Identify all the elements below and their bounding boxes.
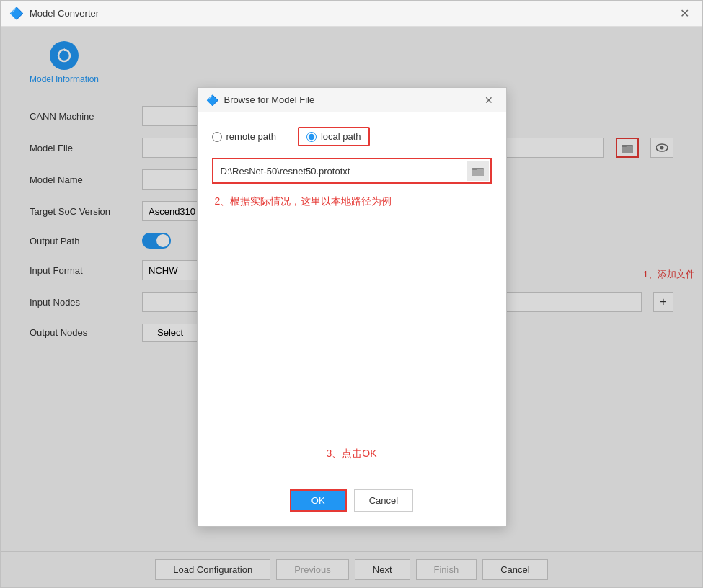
svg-rect-8 [472,168,477,170]
modal-cancel-button[interactable]: Cancel [354,489,413,512]
modal-title-text: Browse for Model File [224,94,315,105]
local-path-label: local path [321,131,361,142]
file-path-input-row [212,158,492,184]
remote-path-radio-item[interactable]: remote path [212,131,276,142]
modal-app-icon: 🔷 [206,94,218,106]
main-content-area: Model Information CANN Machine Model Fil… [1,27,702,587]
modal-body: remote path local path [198,112,506,481]
app-icon: 🔷 [9,6,24,20]
title-bar-left: 🔷 Model Converter [9,6,99,20]
path-type-radio-group: remote path local path [212,127,492,146]
modal-spacer [212,220,492,436]
svg-rect-7 [472,169,484,176]
main-close-button[interactable]: ✕ [676,5,694,22]
local-path-radio-item[interactable]: local path [298,127,370,146]
annotation-local-path: 2、根据实际情况，这里以本地路径为例 [212,195,492,208]
main-title-bar: 🔷 Model Converter ✕ [1,1,702,27]
modal-close-button[interactable]: ✕ [480,93,498,107]
main-window: 🔷 Model Converter ✕ Model Information [0,0,703,588]
file-path-input[interactable] [215,161,467,181]
annotation-click-ok: 3、点击OK [212,447,492,460]
modal-overlay: 🔷 Browse for Model File ✕ remote path [1,27,702,587]
folder-browse-icon [472,166,484,176]
modal-title-left: 🔷 Browse for Model File [206,94,315,106]
main-window-title: Model Converter [30,8,99,19]
file-path-browse-button[interactable] [467,161,489,181]
modal-footer: OK Cancel [198,481,506,526]
remote-path-label: remote path [226,131,276,142]
browse-model-file-dialog: 🔷 Browse for Model File ✕ remote path [197,87,507,527]
local-path-radio[interactable] [306,132,317,142]
modal-title-bar: 🔷 Browse for Model File ✕ [198,88,506,112]
remote-path-radio[interactable] [212,132,222,142]
modal-ok-button[interactable]: OK [290,489,347,512]
